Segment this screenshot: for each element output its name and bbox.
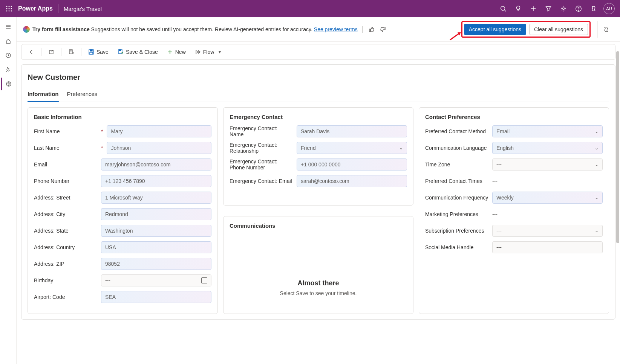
svg-rect-24 (384, 27, 385, 30)
left-nav-rail (0, 17, 17, 364)
chevron-down-icon: ⌄ (595, 145, 599, 151)
app-name-label[interactable]: Power Apps (15, 5, 57, 12)
svg-point-7 (9, 11, 10, 12)
svg-rect-29 (90, 52, 93, 54)
language-select[interactable]: English⌄ (492, 142, 603, 154)
phone-input[interactable] (101, 175, 211, 187)
tab-information[interactable]: Information (28, 87, 59, 102)
section-communications: Communications Almost there Select Save … (223, 216, 413, 314)
tab-preferences[interactable]: Preferences (67, 87, 98, 102)
recent-icon[interactable] (1, 49, 16, 62)
contact-method-select[interactable]: Email⌄ (492, 125, 603, 137)
thumbs-down-icon[interactable] (378, 25, 387, 34)
help-icon[interactable] (571, 0, 586, 17)
svg-point-3 (6, 8, 8, 9)
svg-rect-31 (119, 50, 121, 51)
check-access-button[interactable] (64, 47, 78, 57)
svg-line-10 (505, 10, 506, 12)
environment-name[interactable]: Margie's Travel (60, 6, 102, 12)
chevron-down-icon: ⌄ (595, 195, 599, 200)
street-input[interactable] (101, 192, 211, 204)
page-title: New Customer (28, 71, 609, 87)
section-basic-information: Basic Information First Name* Last Name*… (28, 107, 218, 314)
notification-bar: Try form fill assistance Suggestions wil… (17, 17, 620, 42)
svg-rect-28 (90, 50, 92, 51)
svg-point-2 (11, 6, 12, 7)
state-input[interactable] (101, 225, 211, 237)
annotation-highlight: Accept all suggestions Clear all suggest… (461, 21, 591, 38)
preview-terms-link[interactable]: See preview terms (314, 26, 358, 32)
copilot-panel-toggle-icon[interactable] (597, 21, 614, 38)
filter-icon[interactable] (541, 0, 556, 17)
social-input[interactable]: --- (492, 241, 603, 253)
annotation-arrow (449, 31, 463, 41)
svg-point-16 (578, 10, 579, 11)
pin-icon[interactable] (1, 63, 16, 76)
svg-point-6 (6, 11, 8, 12)
contact-times-value[interactable]: --- (492, 175, 603, 187)
thumbs-up-icon[interactable] (367, 25, 376, 34)
command-bar: Save Save & Close New Flow▾ (21, 44, 615, 60)
gear-icon[interactable] (556, 0, 571, 17)
svg-point-1 (9, 6, 10, 7)
plus-icon[interactable] (526, 0, 541, 17)
timezone-select[interactable]: ---⌄ (492, 158, 603, 171)
section-contact-preferences: Contact Preferences Preferred Contact Me… (419, 107, 609, 314)
svg-point-8 (11, 11, 12, 12)
flow-button[interactable]: Flow▾ (191, 47, 225, 57)
form-tabs: Information Preferences (28, 87, 609, 102)
chevron-down-icon: ⌄ (595, 129, 599, 134)
zip-input[interactable] (101, 258, 211, 270)
lightbulb-icon[interactable] (511, 0, 526, 17)
open-new-window-button[interactable] (44, 47, 58, 57)
city-input[interactable] (101, 208, 211, 220)
entity-icon[interactable] (1, 78, 16, 90)
app-header: Power Apps Margie's Travel AU (0, 0, 620, 17)
waffle-icon[interactable] (3, 3, 15, 15)
hamburger-icon[interactable] (1, 20, 16, 33)
emergency-name-input[interactable] (297, 125, 407, 137)
svg-point-9 (501, 6, 505, 11)
scrollbar[interactable] (616, 51, 619, 361)
first-name-input[interactable] (107, 125, 211, 137)
marketing-value[interactable]: --- (492, 208, 603, 220)
user-avatar[interactable]: AU (603, 3, 615, 14)
subscription-select[interactable]: ---⌄ (492, 225, 603, 237)
copilot-header-icon[interactable] (586, 0, 601, 17)
notification-text: Try form fill assistance Suggestions wil… (32, 26, 358, 32)
svg-point-0 (6, 6, 8, 7)
new-button[interactable]: New (163, 47, 190, 57)
emergency-email-input[interactable] (297, 175, 407, 187)
email-input[interactable] (101, 158, 211, 171)
record-form: New Customer Information Preferences Bas… (21, 64, 615, 320)
svg-point-14 (563, 8, 565, 10)
chevron-down-icon: ⌄ (595, 162, 599, 167)
chevron-down-icon: ⌄ (399, 145, 403, 151)
calendar-icon[interactable] (201, 277, 207, 283)
home-icon[interactable] (1, 35, 16, 47)
chevron-down-icon: ⌄ (595, 228, 599, 233)
copilot-icon (23, 26, 30, 33)
svg-line-21 (6, 71, 7, 72)
svg-rect-23 (369, 29, 370, 32)
birthday-input[interactable]: --- (101, 274, 211, 286)
airport-input[interactable] (101, 291, 211, 303)
clear-all-button[interactable]: Clear all suggestions (529, 24, 588, 35)
last-name-input[interactable] (107, 142, 211, 154)
svg-point-4 (9, 8, 10, 9)
search-icon[interactable] (496, 0, 511, 17)
frequency-select[interactable]: Weekly⌄ (492, 192, 603, 204)
section-emergency-contact: Emergency Contact Emergency Contact: Nam… (223, 107, 413, 206)
timeline-empty-state: Almost there Select Save to see your tim… (230, 234, 407, 304)
back-button[interactable] (24, 47, 38, 57)
country-input[interactable] (101, 241, 211, 253)
chevron-down-icon: ▾ (219, 49, 221, 55)
accept-all-button[interactable]: Accept all suggestions (464, 24, 526, 35)
emergency-phone-input[interactable] (297, 158, 407, 171)
emergency-relationship-select[interactable]: Friend⌄ (297, 142, 407, 154)
svg-point-5 (11, 8, 12, 9)
save-button[interactable]: Save (84, 47, 112, 57)
save-close-button[interactable]: Save & Close (114, 47, 162, 57)
